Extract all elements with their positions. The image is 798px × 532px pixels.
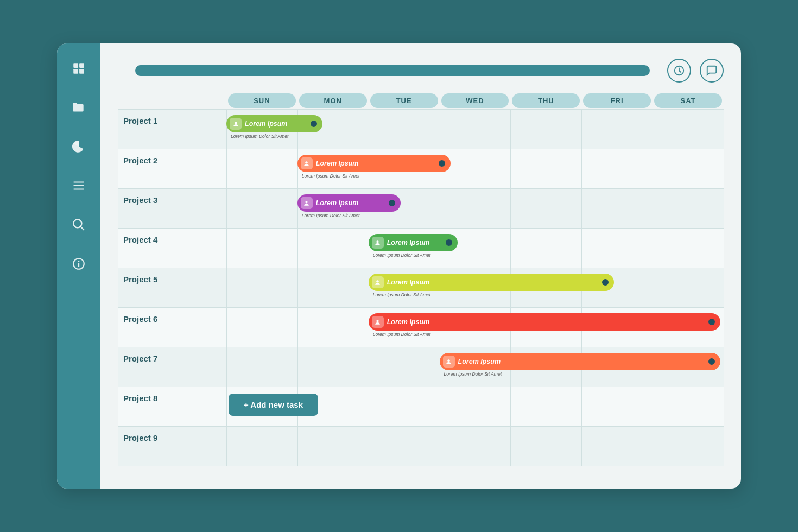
day-cell-8-4 — [510, 387, 581, 426]
task-end-dot — [311, 121, 317, 127]
main-card: SUN MON TUE WED THU FRI SAT Project 1Lor… — [57, 43, 741, 489]
sidebar-icon-pie-chart[interactable] — [69, 137, 88, 156]
svg-point-15 — [306, 201, 308, 203]
day-cell-5-0 — [226, 268, 297, 307]
add-new-task-button[interactable]: + Add new task — [229, 394, 318, 416]
svg-point-17 — [377, 280, 379, 282]
day-cell-9-3 — [440, 427, 511, 466]
day-header-mon: MON — [299, 93, 367, 108]
rows-container: Project 1Lorem IpsumLorem Ipsum Dolor Si… — [118, 109, 724, 478]
project-name-4: Project 4 — [118, 229, 226, 244]
table-row: Project 8+ Add new task — [118, 387, 724, 426]
svg-rect-2 — [73, 69, 78, 74]
day-cell-2-3 — [440, 149, 511, 188]
task-avatar — [372, 316, 384, 328]
day-cell-1-5 — [581, 110, 653, 149]
task-avatar — [372, 276, 384, 288]
task-label: Lorem Ipsum — [458, 358, 501, 365]
task-bar-project-7[interactable]: Lorem Ipsum — [440, 353, 720, 370]
svg-point-14 — [306, 161, 308, 163]
day-cell-4-5 — [581, 229, 653, 268]
table-row: Project 6Lorem IpsumLorem Ipsum Dolor Si… — [118, 307, 724, 347]
timetable: SUN MON TUE WED THU FRI SAT Project 1Lor… — [118, 92, 724, 478]
activity-list-label — [118, 92, 226, 109]
task-bar-project-5[interactable]: Lorem Ipsum — [369, 274, 614, 291]
task-bar-project-1[interactable]: Lorem Ipsum — [226, 115, 322, 132]
day-headers-row: SUN MON TUE WED THU FRI SAT — [118, 92, 724, 109]
project-name-6: Project 6 — [118, 308, 226, 324]
task-label: Lorem Ipsum — [387, 239, 430, 246]
svg-point-7 — [73, 219, 81, 227]
day-cell-3-4 — [510, 189, 581, 228]
header-icons — [667, 59, 724, 83]
day-cell-8-3 — [440, 387, 511, 426]
task-bar-project-6[interactable]: Lorem Ipsum — [369, 313, 720, 331]
day-cell-7-1 — [297, 347, 369, 387]
main-content: SUN MON TUE WED THU FRI SAT Project 1Lor… — [100, 43, 741, 489]
weekly-timetable-badge — [135, 65, 650, 76]
header — [118, 59, 724, 83]
task-bar-project-3[interactable]: Lorem Ipsum — [297, 194, 401, 212]
day-cell-1-2 — [369, 110, 440, 149]
day-cell-3-3 — [440, 189, 511, 228]
chat-icon-button[interactable] — [700, 59, 724, 83]
task-end-dot — [708, 319, 715, 325]
day-header-tue: TUE — [370, 93, 438, 108]
project-name-9: Project 9 — [118, 427, 226, 442]
day-cell-3-0 — [226, 189, 297, 228]
task-label: Lorem Ipsum — [387, 278, 430, 286]
day-cell-7-2 — [369, 347, 440, 387]
task-end-dot — [708, 358, 715, 365]
task-end-dot — [446, 239, 452, 246]
day-cell-9-4 — [510, 427, 581, 466]
project-name-1: Project 1 — [118, 110, 226, 125]
task-end-dot — [439, 160, 445, 167]
day-cell-7-0 — [226, 347, 297, 387]
sidebar-icon-grid[interactable] — [69, 59, 88, 78]
project-name-2: Project 2 — [118, 149, 226, 165]
svg-point-13 — [235, 122, 237, 124]
table-row: Project 5Lorem IpsumLorem Ipsum Dolor Si… — [118, 268, 724, 307]
table-row: Project 4Lorem IpsumLorem Ipsum Dolor Si… — [118, 228, 724, 268]
sidebar-icon-info[interactable] — [69, 254, 88, 274]
task-bar-project-4[interactable]: Lorem Ipsum — [369, 234, 458, 251]
day-cell-1-3 — [440, 110, 511, 149]
sidebar-icon-folder[interactable] — [69, 98, 88, 117]
task-label: Lorem Ipsum — [387, 318, 430, 326]
day-cell-8-5 — [581, 387, 653, 426]
project-name-8: Project 8 — [118, 387, 226, 403]
day-cell-9-2 — [369, 427, 440, 466]
table-row: Project 7Lorem IpsumLorem Ipsum Dolor Si… — [118, 347, 724, 387]
task-avatar — [372, 237, 384, 249]
project-name-5: Project 5 — [118, 268, 226, 284]
day-cell-4-0 — [226, 229, 297, 268]
task-end-dot — [602, 279, 609, 286]
svg-rect-1 — [79, 63, 84, 68]
table-row: Project 9 — [118, 426, 724, 466]
task-label: Lorem Ipsum — [316, 199, 359, 207]
svg-line-8 — [80, 226, 84, 230]
project-name-3: Project 3 — [118, 189, 226, 205]
clock-icon-button[interactable] — [667, 59, 691, 83]
day-cell-1-6 — [653, 110, 724, 149]
svg-point-11 — [78, 261, 80, 262]
day-cell-3-6 — [653, 189, 724, 228]
day-cell-2-5 — [581, 149, 653, 188]
project-name-7: Project 7 — [118, 347, 226, 363]
task-avatar — [443, 356, 455, 368]
sidebar-icon-list[interactable] — [69, 176, 88, 195]
table-row: Project 3Lorem IpsumLorem Ipsum Dolor Si… — [118, 188, 724, 228]
day-cell-9-1 — [297, 427, 369, 466]
day-header-fri: FRI — [583, 93, 651, 108]
sidebar-icon-search[interactable] — [69, 215, 88, 235]
svg-rect-0 — [73, 63, 78, 68]
task-bar-project-2[interactable]: Lorem Ipsum — [297, 155, 451, 172]
day-cell-4-1 — [297, 229, 369, 268]
task-label: Lorem Ipsum — [316, 160, 359, 167]
svg-rect-4 — [73, 181, 84, 182]
day-cell-4-4 — [510, 229, 581, 268]
day-cell-8-6 — [653, 387, 724, 426]
day-cell-1-4 — [510, 110, 581, 149]
task-avatar — [301, 197, 313, 209]
svg-point-16 — [377, 240, 379, 243]
